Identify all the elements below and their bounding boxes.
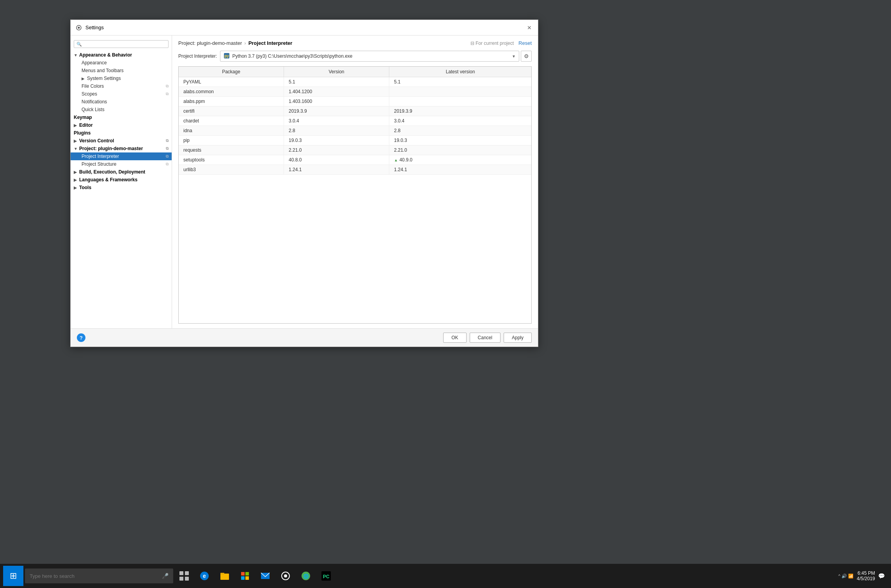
sidebar-item-notifications[interactable]: Notifications [71,98,172,106]
table-header: Package Version Latest version [179,67,531,77]
close-button[interactable]: ✕ [525,24,533,32]
tray-clock: 6:45 PM 4/5/2019 [857,570,875,581]
td-package-chardet: chardet [179,116,284,126]
taskbar-app-pycharm[interactable]: PC [317,567,335,585]
sidebar-label-plugins: Plugins [74,130,91,136]
svg-rect-15 [245,576,249,580]
taskbar-app-task-view[interactable] [175,567,193,585]
sidebar-item-appearance[interactable]: Appearance [71,59,172,67]
start-button[interactable]: ⊞ [3,566,23,586]
sidebar-label-tools: Tools [79,185,91,190]
td-version-idna: 2.8 [284,126,389,135]
sidebar-item-languages-frameworks[interactable]: ▶ Languages & Frameworks [71,176,172,184]
taskbar-app-mail[interactable] [256,567,275,585]
table-row[interactable]: idna2.82.8 [179,126,531,136]
table-row[interactable]: certifi2019.3.92019.3.9 [179,106,531,116]
td-version-urllib3: 1.24.1 [284,165,389,174]
help-button[interactable]: ? [77,333,85,342]
td-version-pip: 19.0.3 [284,136,389,145]
svg-rect-10 [220,574,229,580]
taskbar-app-edge[interactable]: e [195,567,214,585]
table-row[interactable]: urllib31.24.11.24.1 [179,165,531,175]
sidebar-item-keymap[interactable]: Keymap [71,113,172,121]
td-package-requests: requests [179,145,284,155]
interpreter-select[interactable]: py Python 3.7 (py3) C:\Users\mcchae\py3\… [220,51,519,62]
copy-icon: ⧉ [166,162,169,166]
taskbar-app-store[interactable] [236,567,254,585]
sidebar-item-scopes[interactable]: Scopes ⧉ [71,90,172,98]
settings-dialog: Settings ✕ 🔍 ▼ Appearance & Behavior App… [70,19,538,347]
taskbar-app-browser[interactable]: 🌐 [296,567,315,585]
svg-rect-4 [179,571,183,575]
chevron-right-icon: ▶ [74,178,78,182]
sidebar-item-tools[interactable]: ▶ Tools [71,184,172,191]
td-latest-certifi: 2019.3.9 [389,106,531,116]
interpreter-settings-button[interactable]: ⚙ [521,51,532,62]
table-row[interactable]: setuptools40.8.0▲ 40.9.0 [179,155,531,165]
dialog-title: Settings [85,25,525,30]
sidebar-item-menus-toolbars[interactable]: Menus and Toolbars [71,67,172,74]
svg-text:PC: PC [323,574,330,579]
microphone-icon: 🎤 [162,573,169,579]
chevron-down-icon: ▼ [512,54,516,58]
sidebar: 🔍 ▼ Appearance & Behavior Appearance Men… [71,35,172,328]
table-row[interactable]: requests2.21.02.21.0 [179,145,531,155]
ok-button[interactable]: OK [443,333,466,343]
td-latest-chardet: 3.0.4 [389,116,531,126]
sidebar-item-project[interactable]: ▼ Project: plugin-demo-master ⧉ [71,145,172,152]
td-package-alabs.ppm: alabs.ppm [179,97,284,106]
taskbar-search-box[interactable]: 🎤 [25,569,173,583]
sidebar-item-project-structure[interactable]: Project Structure ⧉ [71,160,172,168]
table-row[interactable]: chardet3.0.43.0.4 [179,116,531,126]
table-row[interactable]: pip19.0.319.0.3 [179,136,531,145]
sidebar-item-editor[interactable]: ▶ Editor [71,121,172,129]
sidebar-label-languages-frameworks: Languages & Frameworks [79,177,137,182]
packages-table-container: + − 👁 Package Version [178,66,532,324]
table-row[interactable]: alabs.ppm1.403.1600 [179,97,531,106]
sidebar-item-system-settings[interactable]: ▶ System Settings [71,74,172,82]
breadcrumb: Project: plugin-demo-master › Project In… [178,40,532,46]
sidebar-item-appearance-behavior[interactable]: ▼ Appearance & Behavior [71,51,172,59]
sidebar-label-notifications: Notifications [82,99,107,104]
python-icon: py [224,53,230,60]
search-input[interactable] [83,41,166,47]
notification-icon[interactable]: 💬 [878,573,885,579]
sidebar-item-project-interpreter[interactable]: Project Interpreter ⧉ [71,152,172,160]
th-latest-version: Latest version [389,67,531,77]
breadcrumb-project: Project: plugin-demo-master [178,40,242,46]
sidebar-item-quick-lists[interactable]: Quick Lists [71,106,172,113]
taskbar-search-input[interactable] [30,573,162,579]
sidebar-item-file-colors[interactable]: File Colors ⧉ [71,82,172,90]
taskbar-app-explorer[interactable] [215,567,234,585]
svg-text:e: e [203,573,206,579]
reset-link[interactable]: Reset [518,40,532,46]
dialog-titlebar: Settings ✕ [71,20,538,35]
tray-icons: ^ 🔊 📶 [838,574,854,579]
apply-button[interactable]: Apply [504,333,532,343]
chevron-right-icon: ▶ [82,76,86,81]
sidebar-search-box[interactable]: 🔍 [74,40,169,48]
taskbar-app-settings[interactable] [276,567,295,585]
th-version: Version [284,67,389,77]
td-version-PyYAML: 5.1 [284,77,389,87]
sidebar-item-build-execution[interactable]: ▶ Build, Execution, Deployment [71,168,172,176]
breadcrumb-arrow: › [244,40,246,46]
dialog-body: 🔍 ▼ Appearance & Behavior Appearance Men… [71,35,538,328]
td-latest-setuptools: ▲ 40.9.0 [389,155,531,165]
td-version-alabs.common: 1.404.1200 [284,87,389,96]
table-row[interactable]: alabs.common1.404.1200 [179,87,531,97]
copy-icon: ⧉ [166,84,169,89]
td-latest-alabs.common [389,87,531,96]
chevron-right-icon: ▶ [74,139,78,143]
sidebar-item-plugins[interactable]: Plugins [71,129,172,137]
table-row[interactable]: PyYAML5.15.1 [179,77,531,87]
sidebar-label-project: Project: plugin-demo-master [79,146,143,151]
sidebar-label-quick-lists: Quick Lists [82,107,105,112]
sidebar-label-appearance: Appearance [82,60,107,66]
svg-rect-7 [185,577,189,581]
breadcrumb-hint: ⊟ For current project [470,41,514,46]
sidebar-item-version-control[interactable]: ▶ Version Control ⧉ [71,137,172,145]
settings-icon [75,24,82,31]
cancel-button[interactable]: Cancel [470,333,501,343]
interpreter-label: Project Interpreter: [178,53,217,59]
